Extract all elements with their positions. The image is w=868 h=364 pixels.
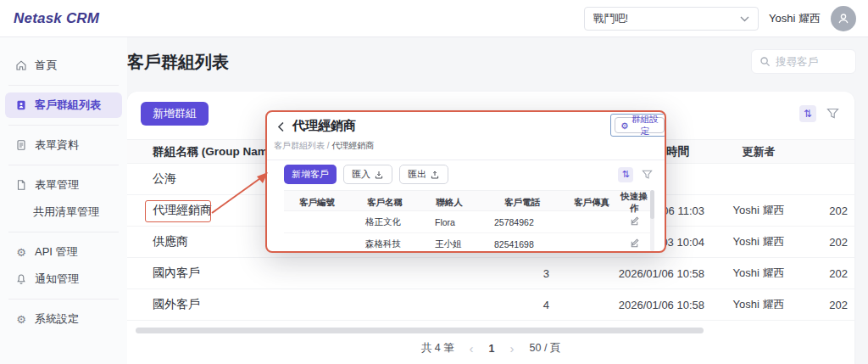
topbar-right: 戰鬥吧! Yoshi 耀西	[584, 0, 856, 37]
table-tool-icons: ⇅	[799, 105, 839, 122]
add-group-button[interactable]: 新增群組	[141, 102, 209, 126]
form-data-icon	[15, 139, 27, 151]
sort-icon[interactable]: ⇅	[799, 105, 816, 122]
search-box	[751, 49, 856, 74]
next-cell: 202	[810, 204, 854, 217]
avatar[interactable]	[831, 6, 856, 31]
sidebar-item-label: 共用清單管理	[33, 204, 99, 220]
sidebar-item-label: 表單資料	[35, 137, 79, 153]
sidebar-item-label: 首頁	[35, 58, 57, 73]
customer-name-cell: 格正文化	[350, 216, 420, 228]
vertical-scrollbar-thumb[interactable]	[650, 190, 654, 219]
next-cell: 202	[810, 267, 854, 280]
topbar: Netask CRM 戰鬥吧! Yoshi 耀西	[0, 0, 868, 37]
sidebar-item-home[interactable]: 首頁	[5, 53, 122, 78]
group-name-cell[interactable]: 國外客戶	[127, 297, 398, 312]
contact-cell: Flora	[420, 217, 479, 227]
filter-icon[interactable]	[826, 108, 839, 120]
sidebar-item-label: 表單管理	[35, 177, 79, 193]
sidebar-item-label: 客戶群組列表	[35, 98, 101, 113]
page-size[interactable]: 50 / 頁	[530, 341, 561, 356]
gear-icon: ⚙	[15, 313, 27, 325]
sidebar-item-api-manage[interactable]: ⚙ API 管理	[5, 239, 122, 265]
customer-row[interactable]: 森格科技 王小姐 82541698	[284, 233, 650, 253]
table-row[interactable]: 國外客戶 4 2026/01/06 10:58 Yoshi 耀西 202	[127, 289, 854, 321]
home-icon	[15, 59, 27, 71]
group-name-cell[interactable]: 國內客戶	[127, 266, 398, 281]
horizontal-scrollbar[interactable]	[136, 328, 846, 333]
time-cell: 2026/01/06 10:58	[551, 299, 708, 311]
sidebar-divider	[8, 232, 119, 232]
breadcrumb-current: 代理經銷商	[331, 141, 374, 150]
col-contact: 聯絡人	[420, 197, 479, 209]
search-icon	[760, 56, 771, 67]
sidebar-divider	[8, 165, 119, 165]
sort-icon[interactable]: ⇅	[618, 167, 633, 182]
sidebar-item-label: 系統設定	[35, 311, 79, 327]
updater-cell: Yoshi 耀西	[708, 266, 810, 281]
workspace-select[interactable]: 戰鬥吧!	[584, 7, 759, 31]
next-page-icon[interactable]: ›	[510, 341, 515, 356]
import-icon	[374, 170, 384, 180]
group-settings-label: 群組設定	[631, 114, 659, 137]
sidebar-divider	[8, 299, 119, 300]
sidebar-item-shared-list-manage[interactable]: 共用清單管理	[5, 199, 122, 225]
panel-tool-icons: ⇅	[618, 167, 653, 182]
search-input[interactable]	[776, 56, 847, 68]
export-icon	[430, 170, 440, 180]
edit-icon[interactable]	[618, 216, 650, 228]
group-detail-panel: 代理經銷商 客戶群組列表 / 代理經銷商 ⚙ 群組設定 新增客戶 匯入 匯出 ⇅	[265, 110, 666, 253]
export-button[interactable]: 匯出	[399, 165, 448, 184]
add-customer-button[interactable]: 新增客戶	[284, 165, 337, 184]
api-gear-icon: ⚙	[15, 246, 27, 258]
sidebar-item-form-manage[interactable]: 表單管理	[5, 172, 122, 198]
col-actions: 快速操作	[618, 191, 650, 215]
filter-icon[interactable]	[642, 170, 653, 180]
import-button[interactable]: 匯入	[343, 165, 392, 184]
horizontal-scrollbar-thumb[interactable]	[136, 328, 704, 333]
gear-icon: ⚙	[620, 120, 628, 131]
chevron-down-icon	[740, 16, 749, 22]
col-customer-name: 客戶名稱	[350, 197, 420, 209]
app-logo: Netask CRM	[14, 10, 99, 27]
updater-cell: Yoshi 耀西	[708, 297, 810, 312]
current-page[interactable]: 1	[489, 343, 495, 355]
edit-icon[interactable]	[618, 238, 650, 250]
user-name: Yoshi 耀西	[769, 11, 821, 26]
next-cell: 202	[810, 236, 854, 249]
customer-table-header: 客戶編號 客戶名稱 聯絡人 客戶電話 客戶傳真 快速操作	[284, 190, 650, 211]
sidebar: 首頁 客戶群組列表 表單資料 表單管理 共用清單管理 ⚙ API 管理 通知管理	[0, 37, 127, 364]
panel-toolbar: 新增客戶 匯入 匯出 ⇅	[284, 165, 653, 184]
sidebar-item-form-data[interactable]: 表單資料	[5, 132, 122, 158]
pagination-total: 共 4 筆	[421, 341, 454, 356]
col-customer-id: 客戶編號	[284, 197, 350, 209]
bell-icon	[15, 273, 27, 285]
customer-row[interactable]: 格正文化 Flora 25784962	[284, 211, 650, 233]
table-row[interactable]: 國內客戶 3 2026/01/06 10:58 Yoshi 耀西 202	[127, 258, 854, 289]
col-updater: 更新者	[708, 144, 810, 160]
back-icon[interactable]	[276, 121, 286, 132]
person-icon	[837, 12, 850, 25]
vertical-scrollbar[interactable]	[650, 190, 654, 251]
updater-cell: Yoshi 耀西	[708, 234, 810, 249]
next-cell: 202	[810, 299, 854, 311]
prev-page-icon[interactable]: ‹	[470, 341, 474, 356]
updater-cell: Yoshi 耀西	[708, 203, 810, 218]
app-root: Netask CRM 戰鬥吧! Yoshi 耀西 首頁 客戶群組列表	[0, 0, 868, 364]
customer-name-cell: 森格科技	[350, 238, 420, 250]
sidebar-item-system-settings[interactable]: ⚙ 系統設定	[5, 306, 122, 332]
breadcrumb-parent[interactable]: 客戶群組列表	[274, 141, 325, 150]
count-cell: 3	[398, 267, 551, 280]
count-cell: 4	[398, 299, 551, 311]
page-title: 客戶群組列表	[127, 51, 229, 74]
sidebar-item-customer-groups[interactable]: 客戶群組列表	[5, 92, 122, 118]
form-manage-icon	[15, 179, 27, 191]
export-label: 匯出	[408, 168, 426, 181]
group-settings-button[interactable]: ⚙ 群組設定	[615, 117, 665, 133]
sidebar-item-notifications[interactable]: 通知管理	[5, 266, 122, 292]
contact-cell: 王小姐	[420, 238, 479, 250]
import-label: 匯入	[352, 168, 370, 181]
customer-groups-icon	[15, 99, 27, 111]
phone-cell: 25784962	[479, 217, 565, 227]
customer-table: 客戶編號 客戶名稱 聯絡人 客戶電話 客戶傳真 快速操作 格正文化 Flora …	[284, 190, 650, 253]
